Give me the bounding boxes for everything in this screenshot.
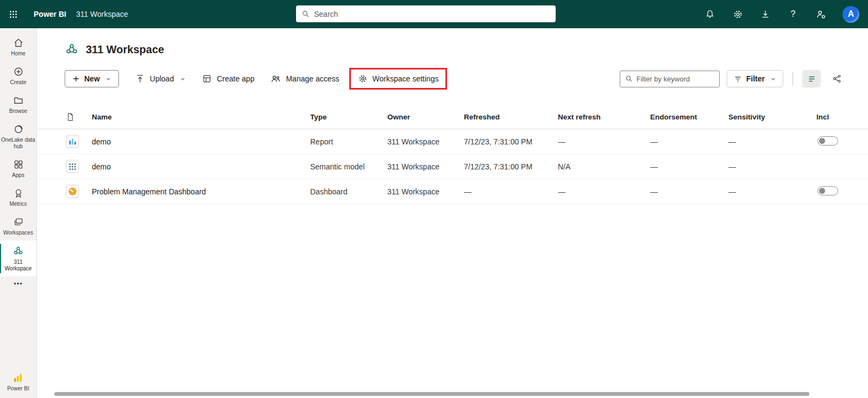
filter-keyword-input[interactable]: [637, 75, 714, 83]
upload-button[interactable]: Upload: [135, 74, 186, 84]
onelake-icon: [13, 124, 24, 135]
item-sensitivity: —: [728, 137, 816, 146]
item-owner[interactable]: 311 Workspace: [387, 162, 464, 171]
list-view-icon: [807, 74, 816, 84]
item-next-refresh: —: [558, 187, 650, 196]
include-in-app-toggle[interactable]: [817, 136, 838, 146]
item-type: Semantic model: [310, 162, 387, 171]
apps-icon: [13, 159, 24, 170]
account-settings-button[interactable]: [815, 8, 827, 20]
filter-icon: [734, 75, 742, 83]
app-launcher-button[interactable]: [0, 0, 26, 28]
items-table: Name Type Owner Refreshed Next refresh E…: [37, 105, 868, 204]
person-gear-icon: [816, 9, 826, 20]
plus-circle-icon: [13, 66, 24, 77]
item-type-icon-cell: [66, 135, 92, 148]
sidebar-item-workspaces[interactable]: Workspaces: [0, 212, 36, 241]
header-endorsement[interactable]: Endorsement: [650, 113, 728, 121]
item-type-icon-cell: [66, 185, 92, 198]
chevron-down-icon: [180, 76, 186, 82]
sidebar-item-create[interactable]: Create: [0, 61, 36, 90]
sidebar-item-onelake-data-hub[interactable]: OneLake data hub: [0, 119, 36, 154]
workspace-settings-highlight: Workspace settings: [349, 68, 448, 90]
filter-keyword-box[interactable]: [620, 71, 720, 87]
table-row[interactable]: demo Semantic model 311 Workspace 7/12/2…: [37, 154, 868, 179]
help-button[interactable]: ?: [787, 8, 799, 20]
download-icon: [760, 9, 770, 19]
item-refreshed: 7/12/23, 7:31:00 PM: [464, 137, 558, 146]
search-input[interactable]: [314, 10, 550, 18]
sidebar-powerbi-badge: Power BI: [7, 372, 29, 391]
table-row[interactable]: demo Report 311 Workspace 7/12/23, 7:31:…: [37, 129, 868, 154]
create-app-icon: [202, 74, 212, 84]
gear-icon: [358, 74, 368, 84]
header-name[interactable]: Name: [92, 113, 310, 121]
more-icon: •••: [14, 280, 23, 288]
settings-button[interactable]: [732, 8, 744, 20]
filter-button[interactable]: Filter: [727, 70, 783, 87]
sidebar-item-metrics[interactable]: Metrics: [0, 183, 36, 212]
metrics-icon: [13, 188, 24, 199]
create-app-button[interactable]: Create app: [202, 74, 254, 84]
item-sensitivity: —: [728, 187, 816, 196]
sidebar-item-home[interactable]: Home: [0, 33, 36, 61]
list-view-button[interactable]: [802, 70, 821, 87]
item-endorsement: —: [650, 162, 728, 171]
item-owner[interactable]: 311 Workspace: [387, 187, 464, 196]
search-icon: [301, 10, 310, 18]
lineage-view-button[interactable]: [828, 70, 846, 87]
download-button[interactable]: [759, 8, 771, 20]
item-endorsement: —: [650, 137, 728, 146]
brand-powerbi[interactable]: Power BI: [34, 10, 66, 18]
item-sensitivity: —: [728, 162, 816, 171]
item-name-link[interactable]: demo: [92, 137, 310, 146]
manage-access-button[interactable]: Manage access: [271, 74, 339, 84]
upload-icon: [135, 74, 145, 84]
sidebar-item-apps[interactable]: Apps: [0, 154, 36, 183]
item-name-link[interactable]: Problem Management Dashboard: [92, 187, 310, 196]
search-icon: [625, 75, 633, 83]
header-owner[interactable]: Owner: [387, 113, 464, 121]
bell-icon: [705, 9, 715, 19]
help-icon: ?: [791, 9, 796, 19]
powerbi-logo-icon: [12, 372, 23, 383]
item-include-cell: [816, 136, 868, 147]
workspace-header: 311 Workspace: [37, 28, 868, 56]
item-type-icon-cell: [66, 160, 92, 173]
dashboard-icon: [66, 185, 79, 198]
file-type-column-icon: [66, 112, 92, 122]
network-share-icon: [832, 74, 842, 84]
global-search-box[interactable]: [296, 5, 556, 22]
item-owner[interactable]: 311 Workspace: [387, 137, 464, 146]
header-sensitivity[interactable]: Sensitivity: [728, 113, 816, 121]
item-name-link[interactable]: demo: [92, 162, 310, 171]
left-navigation: Home Create Browse OneLake data hub Apps…: [0, 28, 37, 398]
chevron-down-icon: [105, 76, 111, 82]
workspace-group-icon: [12, 245, 24, 257]
item-refreshed: —: [464, 187, 558, 196]
sidebar-item-311-workspace[interactable]: 311 Workspace: [0, 241, 36, 276]
sidebar-item-browse[interactable]: Browse: [0, 90, 36, 119]
item-refreshed: 7/12/23, 7:31:00 PM: [464, 162, 558, 171]
breadcrumb-workspace[interactable]: 311 Workspace: [76, 10, 128, 18]
toolbar-right-group: Filter: [620, 70, 846, 87]
item-type: Report: [310, 137, 387, 146]
sidebar-more-button[interactable]: •••: [14, 280, 23, 288]
plus-icon: [72, 75, 80, 83]
new-button[interactable]: New: [65, 70, 119, 87]
table-row[interactable]: Problem Management Dashboard Dashboard 3…: [37, 179, 868, 204]
header-type[interactable]: Type: [310, 113, 387, 121]
header-next-refresh[interactable]: Next refresh: [558, 113, 650, 121]
include-in-app-toggle[interactable]: [817, 186, 838, 195]
user-avatar[interactable]: A: [842, 6, 859, 23]
notifications-button[interactable]: [704, 8, 716, 20]
gear-icon: [733, 9, 743, 20]
workspace-group-icon: [65, 42, 79, 56]
waffle-icon: [9, 10, 18, 19]
chevron-down-icon: [770, 76, 776, 82]
header-include[interactable]: Incl: [816, 113, 868, 121]
item-include-cell: [816, 186, 868, 197]
workspace-settings-button[interactable]: Workspace settings: [358, 74, 439, 84]
header-refreshed[interactable]: Refreshed: [464, 113, 558, 121]
horizontal-scrollbar-thumb[interactable]: [54, 392, 809, 396]
